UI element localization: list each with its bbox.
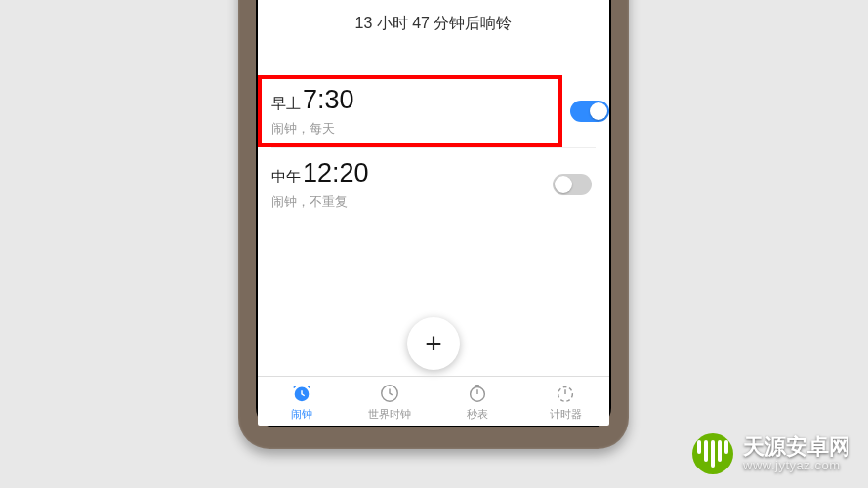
alarm-icon (291, 383, 312, 404)
add-alarm-button[interactable]: + (407, 317, 460, 370)
app-screen: 傍晚 6:12:02 13 小时 47 分钟后响铃 早上 7:30 闹钟，每天 (258, 0, 609, 426)
alarm-subtitle: 闹钟，不重复 (271, 193, 553, 211)
watermark-url: www.jytyaz.com (743, 459, 850, 473)
next-alarm-hint: 13 小时 47 分钟后响铃 (258, 14, 609, 34)
alarm-row-content[interactable]: 早上 7:30 闹钟，每天 (258, 75, 562, 147)
watermark-logo-icon (692, 433, 733, 474)
toggle-knob (555, 176, 572, 193)
alarm-info: 中午 12:20 闹钟，不重复 (271, 158, 553, 211)
tab-label: 闹钟 (291, 407, 312, 422)
world-clock-icon (379, 383, 400, 404)
alarm-info: 早上 7:30 闹钟，每天 (271, 85, 545, 138)
fab-area: + (258, 309, 609, 376)
toggle-knob (590, 102, 607, 120)
alarm-toggle[interactable] (570, 101, 609, 122)
alarm-subtitle: 闹钟，每天 (271, 120, 545, 138)
alarm-period: 中午 (271, 168, 301, 186)
alarm-time: 中午 12:20 (271, 158, 553, 188)
phone-bezel: 傍晚 6:12:02 13 小时 47 分钟后响铃 早上 7:30 闹钟，每天 (256, 0, 611, 427)
current-time-block: 傍晚 6:12:02 13 小时 47 分钟后响铃 (258, 0, 609, 52)
watermark: 天源安卓网 www.jytyaz.com (692, 433, 850, 474)
tab-label: 世界时钟 (368, 407, 411, 422)
alarm-toggle[interactable] (553, 174, 592, 195)
svg-point-2 (471, 387, 485, 402)
tab-timer[interactable]: 计时器 (521, 383, 609, 422)
alarm-time-value: 7:30 (303, 85, 354, 115)
tab-stopwatch[interactable]: 秒表 (434, 383, 521, 422)
tab-label: 秒表 (467, 407, 488, 422)
timer-icon (555, 383, 576, 404)
alarm-row-2[interactable]: 中午 12:20 闹钟，不重复 (258, 148, 609, 221)
watermark-text: 天源安卓网 www.jytyaz.com (743, 434, 850, 473)
tab-world-clock[interactable]: 世界时钟 (346, 383, 434, 422)
phone-frame: 傍晚 6:12:02 13 小时 47 分钟后响铃 早上 7:30 闹钟，每天 (238, 0, 629, 449)
stopwatch-icon (467, 383, 488, 404)
alarm-period: 早上 (271, 95, 301, 113)
tab-bar: 闹钟 世界时钟 秒表 计时器 (258, 376, 609, 426)
watermark-title: 天源安卓网 (743, 434, 850, 459)
alarm-row-1[interactable]: 早上 7:30 闹钟，每天 (258, 75, 609, 147)
tab-alarm[interactable]: 闹钟 (258, 383, 346, 422)
alarm-list: 早上 7:30 闹钟，每天 中午 12:20 闹钟，不重复 (258, 52, 609, 309)
tab-label: 计时器 (550, 407, 582, 422)
alarm-time-value: 12:20 (303, 158, 369, 188)
alarm-time: 早上 7:30 (271, 85, 545, 115)
svg-point-3 (558, 387, 573, 402)
